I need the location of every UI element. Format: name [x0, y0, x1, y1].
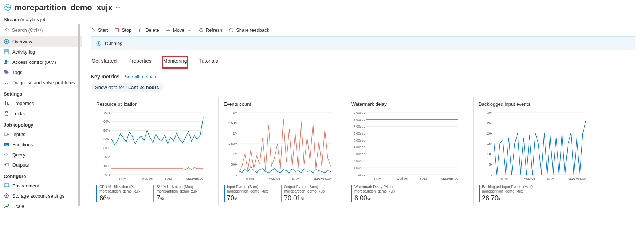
- svg-text:0%: 0%: [105, 173, 110, 177]
- stop-button[interactable]: Stop: [114, 27, 131, 33]
- svg-text:<>: <>: [4, 152, 8, 156]
- nav-query[interactable]: <> Query: [0, 150, 82, 160]
- nav-access-control[interactable]: Access control (IAM): [0, 57, 82, 67]
- svg-rect-17: [4, 133, 7, 135]
- svg-text:7.00sec: 7.00sec: [353, 125, 365, 128]
- svg-point-31: [231, 29, 231, 30]
- svg-line-2: [8, 31, 9, 32]
- svg-text:60%: 60%: [103, 120, 110, 123]
- tabs: Get started Properties Monitoring Tutori…: [82, 56, 644, 69]
- more-icon[interactable]: ⋯: [123, 4, 129, 11]
- svg-text:0: 0: [236, 173, 237, 177]
- svg-text:6 AM: 6 AM: [292, 177, 300, 181]
- svg-text:UTC+08:00: UTC+08:00: [569, 177, 586, 181]
- svg-point-25: [6, 195, 7, 197]
- svg-text:UTC+08:00: UTC+08:00: [314, 177, 331, 181]
- svg-point-9: [5, 60, 7, 62]
- svg-text:Wed 06: Wed 06: [524, 177, 535, 181]
- svg-rect-13: [5, 101, 6, 105]
- svg-text:6 PM: 6 PM: [246, 177, 254, 181]
- svg-text:30k: 30k: [487, 111, 492, 115]
- nav-properties[interactable]: Properties: [0, 98, 82, 108]
- search-input[interactable]: [3, 26, 71, 34]
- svg-text:1.50M: 1.50M: [228, 142, 237, 146]
- svg-text:2M: 2M: [233, 132, 237, 135]
- main-content: Start Stop Delete Move Refresh Share: [82, 24, 644, 214]
- tab-monitoring[interactable]: Monitoring: [162, 56, 188, 69]
- svg-text:10%: 10%: [103, 164, 110, 168]
- legend-backlog: Backlogged Input Events (Max) morepartit…: [479, 185, 588, 202]
- nav-section-configure: Configure: [0, 170, 82, 181]
- svg-text:6 PM: 6 PM: [501, 177, 509, 181]
- scrollbar[interactable]: [78, 24, 80, 206]
- move-button[interactable]: Move: [166, 27, 192, 33]
- nav-functions[interactable]: fx Functions: [0, 139, 82, 150]
- svg-text:50%: 50%: [103, 129, 110, 132]
- legend-watermark: Watermark Delay (Max) morepartition_demo…: [351, 185, 460, 202]
- chart-resource: 0%10%20%30%40%50%60%70%6 PMWed 066 AM12 …: [96, 110, 205, 183]
- tab-properties[interactable]: Properties: [127, 56, 152, 69]
- svg-rect-26: [115, 28, 119, 32]
- svg-rect-16: [5, 113, 8, 115]
- time-range-pill[interactable]: Show data for : Last 24 hours: [91, 83, 164, 92]
- svg-text:4.00sec: 4.00sec: [353, 145, 365, 149]
- tab-get-started[interactable]: Get started: [91, 56, 117, 69]
- svg-point-1: [6, 28, 8, 31]
- svg-text:15k: 15k: [487, 142, 492, 146]
- svg-text:20k: 20k: [487, 132, 492, 135]
- service-icon: [4, 3, 12, 12]
- chart-events: 0500k1M1.50M2M2.50M3M6 PMWed 066 AM12 PM…: [224, 110, 333, 183]
- svg-text:fx: fx: [5, 143, 8, 146]
- svg-text:0: 0: [491, 173, 492, 177]
- tab-tutorials[interactable]: Tutorials: [198, 56, 219, 69]
- start-button[interactable]: Start: [91, 27, 108, 33]
- svg-text:Wed 06: Wed 06: [269, 177, 280, 181]
- svg-text:3.00sec: 3.00sec: [353, 152, 365, 156]
- status-text: Running: [105, 40, 122, 46]
- svg-text:10k: 10k: [487, 152, 492, 156]
- nav-activity-log[interactable]: Activity log: [0, 47, 82, 57]
- nav-diagnose[interactable]: Diagnose and solve problems: [0, 77, 82, 88]
- svg-text:UTC+08:00: UTC+08:00: [441, 177, 458, 181]
- svg-text:2.00sec: 2.00sec: [353, 159, 365, 163]
- svg-text:6 PM: 6 PM: [374, 177, 381, 181]
- svg-text:6 PM: 6 PM: [119, 177, 126, 181]
- card-watermark-delay[interactable]: Watermark delay 0sec1.00sec2.00sec3.00se…: [346, 97, 466, 206]
- nav-storage-settings[interactable]: Storage account settings: [0, 191, 82, 201]
- card-backlogged-events[interactable]: Backlogged input events 05k10k15k20k25k3…: [473, 97, 593, 206]
- svg-rect-15: [8, 104, 9, 105]
- see-all-metrics-link[interactable]: See all metrics: [125, 74, 156, 80]
- nav-environment[interactable]: Environment: [0, 181, 82, 191]
- svg-rect-22: [4, 184, 9, 187]
- svg-text:6 AM: 6 AM: [165, 177, 172, 181]
- svg-text:25k: 25k: [487, 121, 492, 125]
- feedback-button[interactable]: Share feedback: [229, 27, 269, 33]
- svg-text:30%: 30%: [103, 146, 110, 150]
- favorite-star-icon[interactable]: ☆: [115, 4, 121, 11]
- svg-text:2.50M: 2.50M: [228, 121, 237, 125]
- nav-overview[interactable]: Overview: [0, 36, 82, 47]
- svg-text:3M: 3M: [233, 111, 237, 115]
- refresh-button[interactable]: Refresh: [199, 27, 223, 33]
- nav-inputs[interactable]: Inputs: [0, 129, 82, 139]
- metric-cards: Resource utilization 0%10%20%30%40%50%60…: [82, 97, 644, 206]
- chart-backlog: 05k10k15k20k25k30k6 PMWed 066 AM12 PMUTC…: [479, 110, 588, 183]
- svg-text:9.00sec: 9.00sec: [353, 111, 365, 115]
- nav-tags[interactable]: Tags: [0, 67, 82, 77]
- card-resource-utilization[interactable]: Resource utilization 0%10%20%30%40%50%60…: [91, 97, 211, 206]
- nav-scale[interactable]: Scale: [0, 201, 82, 211]
- svg-rect-21: [6, 164, 9, 166]
- legend-cpu: CPU % Utilization (P… morepartition_demo…: [96, 185, 148, 202]
- svg-text:1M: 1M: [233, 152, 237, 156]
- nav-locks[interactable]: Locks: [0, 108, 82, 119]
- svg-point-34: [98, 42, 99, 43]
- svg-text:0sec: 0sec: [358, 173, 365, 177]
- svg-rect-14: [7, 102, 8, 105]
- svg-text:Wed 06: Wed 06: [397, 177, 408, 181]
- card-events-count[interactable]: Events count 0500k1M1.50M2M2.50M3M6 PMWe…: [218, 97, 338, 206]
- svg-text:5k: 5k: [489, 163, 492, 166]
- legend-su: SU % Utilization (Max) morepartition_dem…: [153, 185, 205, 202]
- svg-text:70%: 70%: [103, 111, 110, 115]
- nav-outputs[interactable]: Outputs: [0, 160, 82, 170]
- delete-button[interactable]: Delete: [138, 27, 159, 33]
